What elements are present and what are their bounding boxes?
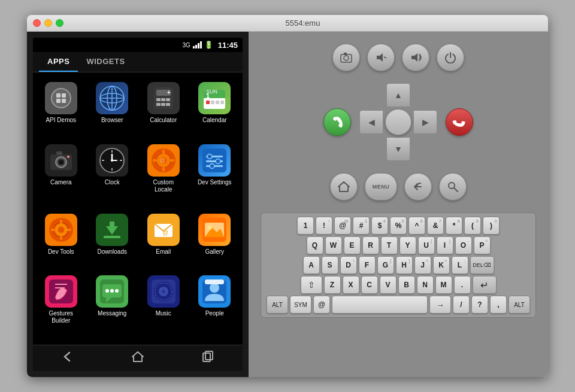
app-clock[interactable]: Clock: [87, 139, 138, 209]
status-time: 11:45: [218, 41, 238, 50]
key-a[interactable]: A: [303, 256, 320, 274]
key-rparen[interactable]: 0): [483, 217, 500, 235]
app-calendar[interactable]: SUN 1 Calendar: [189, 77, 241, 139]
back-hw-button[interactable]: [404, 173, 432, 200]
key-i[interactable]: }I: [437, 236, 453, 254]
svg-marker-95: [132, 352, 143, 361]
app-dev-tools[interactable]: Dev Tools: [35, 209, 87, 271]
key-f[interactable]: F: [359, 256, 376, 274]
dpad-center-button[interactable]: [385, 109, 411, 135]
key-enter[interactable]: ↵: [473, 276, 497, 294]
app-messaging[interactable]: Messaging: [87, 271, 138, 340]
key-b[interactable]: B: [398, 276, 415, 294]
key-exclaim[interactable]: !!: [316, 217, 332, 235]
key-dollar[interactable]: 4$: [371, 217, 388, 235]
home-nav-button[interactable]: [119, 345, 156, 371]
app-camera[interactable]: Camera: [35, 139, 87, 209]
app-email[interactable]: @ Email: [138, 209, 189, 271]
key-s[interactable]: S: [322, 256, 338, 274]
music-label: Music: [156, 310, 171, 317]
key-slash[interactable]: /: [453, 296, 470, 314]
key-star[interactable]: 8*: [446, 217, 462, 235]
menu-hw-button[interactable]: MENU: [365, 173, 397, 200]
call-end-button[interactable]: [446, 108, 473, 136]
app-music[interactable]: Music: [138, 271, 189, 340]
key-z[interactable]: Z: [324, 276, 341, 294]
key-n[interactable]: N: [417, 276, 434, 294]
vol-down-button[interactable]: [367, 44, 395, 71]
home-hw-button[interactable]: [330, 173, 358, 200]
tab-apps[interactable]: APPS: [39, 52, 78, 72]
gallery-icon: [198, 214, 231, 246]
call-answer-button[interactable]: [323, 108, 351, 136]
app-dev-settings[interactable]: Dev Settings: [189, 139, 241, 209]
tab-widgets[interactable]: WIDGETS: [78, 52, 133, 72]
key-hash[interactable]: 3#: [353, 217, 370, 235]
search-hw-button[interactable]: [439, 173, 467, 200]
key-space[interactable]: [332, 296, 428, 314]
calculator-icon: +: [147, 82, 180, 114]
key-del[interactable]: DEL⌫: [470, 256, 494, 274]
key-at[interactable]: @: [313, 296, 330, 314]
dpad-left-button[interactable]: ◀: [359, 110, 383, 134]
dpad-down-button[interactable]: ▼: [386, 137, 410, 161]
key-l[interactable]: ;L: [452, 256, 468, 274]
key-t[interactable]: T: [381, 236, 398, 254]
svg-rect-18: [166, 103, 170, 106]
close-button[interactable]: [33, 19, 41, 27]
key-y[interactable]: Y: [400, 236, 416, 254]
key-alt-right[interactable]: ALT: [509, 296, 530, 314]
key-j[interactable]: <J: [414, 256, 431, 274]
dpad-up-button[interactable]: ▲: [386, 83, 410, 107]
recents-nav-button[interactable]: [189, 345, 226, 371]
gestures-builder-label: Gestures Builder: [49, 310, 73, 324]
app-people[interactable]: People: [189, 271, 241, 340]
minimize-button[interactable]: [44, 19, 52, 27]
key-q[interactable]: Q: [307, 236, 323, 254]
app-api-demos[interactable]: API Demos: [35, 77, 87, 139]
key-alt-left[interactable]: ALT: [267, 296, 288, 314]
key-h[interactable]: ]H: [396, 256, 413, 274]
app-downloads[interactable]: Downloads: [87, 209, 138, 271]
key-caret[interactable]: 6^: [408, 217, 425, 235]
key-e[interactable]: `E: [344, 236, 361, 254]
key-m[interactable]: M: [435, 276, 452, 294]
key-v[interactable]: V: [380, 276, 397, 294]
camera-control-button[interactable]: [332, 44, 360, 71]
key-amp[interactable]: 7&: [427, 217, 444, 235]
svg-rect-46: [162, 150, 165, 154]
key-arrow[interactable]: →: [429, 296, 451, 314]
key-w[interactable]: ~W: [325, 236, 342, 254]
gallery-label: Gallery: [205, 248, 224, 256]
app-calculator[interactable]: + Calculator: [138, 77, 189, 139]
key-question[interactable]: ?: [471, 296, 488, 314]
vol-up-button[interactable]: [402, 44, 429, 71]
titlebar: 5554:emu: [27, 15, 548, 32]
key-period[interactable]: .: [454, 276, 471, 294]
key-shift[interactable]: ⇧: [301, 276, 322, 294]
key-at-num[interactable]: @@: [334, 217, 351, 235]
key-1[interactable]: 1: [297, 217, 314, 235]
power-button[interactable]: [437, 44, 464, 71]
key-k[interactable]: >K: [433, 256, 450, 274]
key-c[interactable]: C: [361, 276, 378, 294]
key-sym[interactable]: SYM: [290, 296, 311, 314]
key-o[interactable]: -O: [455, 236, 472, 254]
key-d[interactable]: \D: [340, 256, 357, 274]
key-comma[interactable]: ,: [490, 296, 507, 314]
app-gallery[interactable]: Gallery: [189, 209, 241, 271]
key-percent[interactable]: 5%: [390, 217, 407, 235]
back-nav-button[interactable]: [49, 345, 86, 371]
app-gestures-builder[interactable]: Gestures Builder: [35, 271, 87, 340]
app-custom-locale[interactable]: @ Custom Locale: [138, 139, 189, 209]
key-p[interactable]: =P: [474, 236, 491, 254]
svg-text:+: +: [167, 89, 171, 96]
app-browser[interactable]: Browser: [87, 77, 138, 139]
dpad-right-button[interactable]: ▶: [413, 110, 437, 134]
key-g[interactable]: [G: [377, 256, 394, 274]
maximize-button[interactable]: [56, 19, 63, 27]
key-r[interactable]: R: [362, 236, 379, 254]
key-x[interactable]: X: [343, 276, 359, 294]
key-u[interactable]: {U: [418, 236, 435, 254]
key-lparen[interactable]: 9(: [464, 217, 481, 235]
